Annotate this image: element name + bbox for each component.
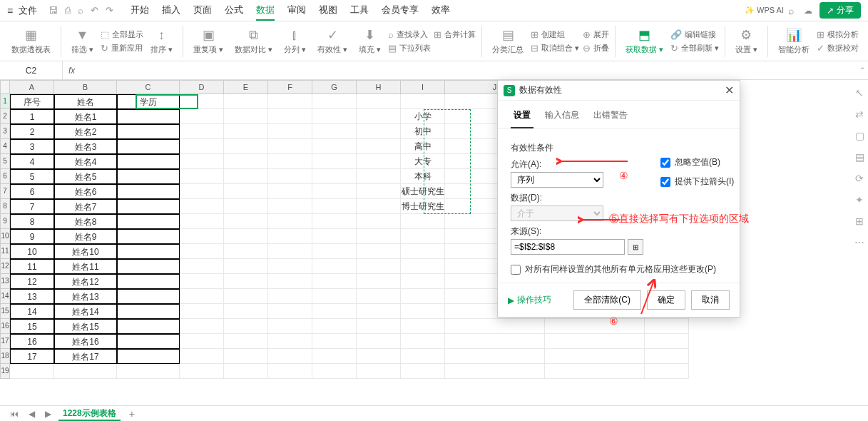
- cell[interactable]: 1: [10, 109, 54, 124]
- row-header[interactable]: 4: [0, 139, 10, 154]
- cell[interactable]: [117, 169, 180, 184]
- cell[interactable]: [224, 154, 268, 169]
- cell[interactable]: [117, 199, 180, 214]
- allow-select[interactable]: 序列: [511, 172, 603, 188]
- ribbon-tab-6[interactable]: 视图: [319, 1, 337, 21]
- cell[interactable]: [268, 244, 312, 259]
- cell[interactable]: 姓名1: [54, 109, 117, 124]
- row-header[interactable]: 9: [0, 214, 10, 229]
- cell[interactable]: [357, 229, 401, 244]
- cell[interactable]: [117, 109, 180, 124]
- cell[interactable]: [268, 214, 312, 229]
- cell[interactable]: [401, 319, 445, 334]
- cell[interactable]: [401, 259, 445, 274]
- ribbon-tab-1[interactable]: 插入: [162, 1, 180, 21]
- cell[interactable]: [357, 259, 401, 274]
- cell[interactable]: [312, 124, 357, 139]
- cell[interactable]: [117, 304, 180, 319]
- cell[interactable]: 序号: [10, 94, 54, 109]
- ok-button[interactable]: 确定: [647, 290, 685, 310]
- formula-bar-expand-icon[interactable]: ⌄: [859, 63, 865, 71]
- cell[interactable]: [357, 94, 401, 109]
- cell[interactable]: [312, 334, 357, 349]
- cell[interactable]: 16: [10, 334, 54, 349]
- cell[interactable]: [357, 289, 401, 304]
- dialog-tab-1[interactable]: 输入信息: [542, 106, 582, 128]
- cell[interactable]: [645, 334, 689, 349]
- data-compare[interactable]: ⧉数据对比 ▾: [230, 28, 277, 55]
- cell[interactable]: 姓名5: [54, 169, 117, 184]
- cell[interactable]: [268, 139, 312, 154]
- cell[interactable]: [312, 304, 357, 319]
- cell[interactable]: [312, 139, 357, 154]
- cell[interactable]: [117, 244, 180, 259]
- clear-all-button[interactable]: 全部清除(C): [573, 290, 641, 310]
- row-header[interactable]: 7: [0, 184, 10, 199]
- cell[interactable]: [180, 94, 224, 109]
- close-icon[interactable]: ✕: [725, 83, 734, 97]
- dialog-tab-2[interactable]: 出错警告: [591, 106, 630, 128]
- cell[interactable]: [224, 94, 268, 109]
- undo-icon[interactable]: ↶: [91, 5, 98, 16]
- cell[interactable]: [401, 304, 445, 319]
- cell[interactable]: [312, 214, 357, 229]
- cell[interactable]: [54, 364, 117, 379]
- row-header[interactable]: 19: [0, 364, 10, 379]
- cell[interactable]: [224, 124, 268, 139]
- cell[interactable]: 5: [10, 169, 54, 184]
- components-icon[interactable]: ⊞: [855, 215, 864, 227]
- cell[interactable]: [180, 304, 224, 319]
- consolidate[interactable]: ⊞合并计算: [434, 29, 476, 40]
- cell[interactable]: 姓名14: [54, 304, 117, 319]
- cell[interactable]: [180, 214, 224, 229]
- cell[interactable]: 9: [10, 229, 54, 244]
- cell[interactable]: [224, 244, 268, 259]
- row-header[interactable]: 16: [0, 319, 10, 334]
- cell[interactable]: [224, 169, 268, 184]
- cancel-button[interactable]: 取消: [691, 290, 730, 310]
- fx-icon[interactable]: fx: [63, 66, 81, 76]
- cell[interactable]: 17: [10, 349, 54, 364]
- cell[interactable]: [401, 349, 445, 364]
- cell[interactable]: 12: [10, 274, 54, 289]
- cell[interactable]: [545, 334, 645, 349]
- cell[interactable]: [268, 319, 312, 334]
- cell[interactable]: 4: [10, 154, 54, 169]
- cell[interactable]: [224, 334, 268, 349]
- cell[interactable]: [180, 244, 224, 259]
- cell[interactable]: 硕士研究生: [401, 184, 445, 199]
- formula-input[interactable]: [81, 61, 868, 79]
- cell[interactable]: 14: [10, 304, 54, 319]
- cell[interactable]: [117, 124, 180, 139]
- cell[interactable]: [180, 334, 224, 349]
- sheet-nav-first-icon[interactable]: ⏮: [7, 409, 21, 419]
- cell[interactable]: [180, 349, 224, 364]
- cell[interactable]: 姓名9: [54, 229, 117, 244]
- cell[interactable]: [224, 259, 268, 274]
- cell[interactable]: [224, 139, 268, 154]
- cell[interactable]: [117, 274, 180, 289]
- dropdown-list[interactable]: ▤下拉列表: [388, 43, 431, 54]
- cell[interactable]: [401, 274, 445, 289]
- cell[interactable]: [180, 289, 224, 304]
- group[interactable]: ⊞创建组: [531, 29, 579, 40]
- cell[interactable]: 8: [10, 214, 54, 229]
- source-input[interactable]: [511, 239, 625, 255]
- dialog-titlebar[interactable]: S 数据有效性 ✕: [498, 81, 740, 101]
- filter[interactable]: ▼筛选 ▾: [67, 28, 98, 55]
- col-header[interactable]: C: [117, 80, 180, 94]
- ribbon-tab-7[interactable]: 工具: [350, 1, 369, 21]
- cell[interactable]: 姓名10: [54, 244, 117, 259]
- cell[interactable]: [357, 304, 401, 319]
- cell[interactable]: [312, 169, 357, 184]
- sheet-nav-next-icon[interactable]: ▶: [42, 409, 54, 419]
- row-header[interactable]: 15: [0, 304, 10, 319]
- cell[interactable]: 姓名11: [54, 259, 117, 274]
- cell[interactable]: [357, 124, 401, 139]
- template-icon[interactable]: ▢: [855, 130, 864, 141]
- cell[interactable]: [268, 184, 312, 199]
- cell[interactable]: [357, 349, 401, 364]
- show-all[interactable]: ⬚全部显示: [101, 29, 143, 40]
- ungroup[interactable]: ⊟取消组合 ▾: [531, 43, 579, 54]
- save-icon[interactable]: 🖫: [48, 5, 58, 16]
